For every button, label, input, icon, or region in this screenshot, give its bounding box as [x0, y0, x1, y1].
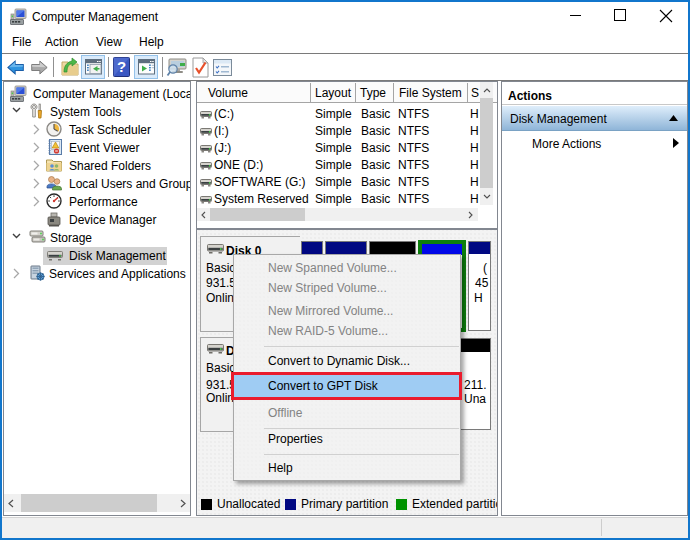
svg-text:?: ? — [117, 58, 126, 75]
